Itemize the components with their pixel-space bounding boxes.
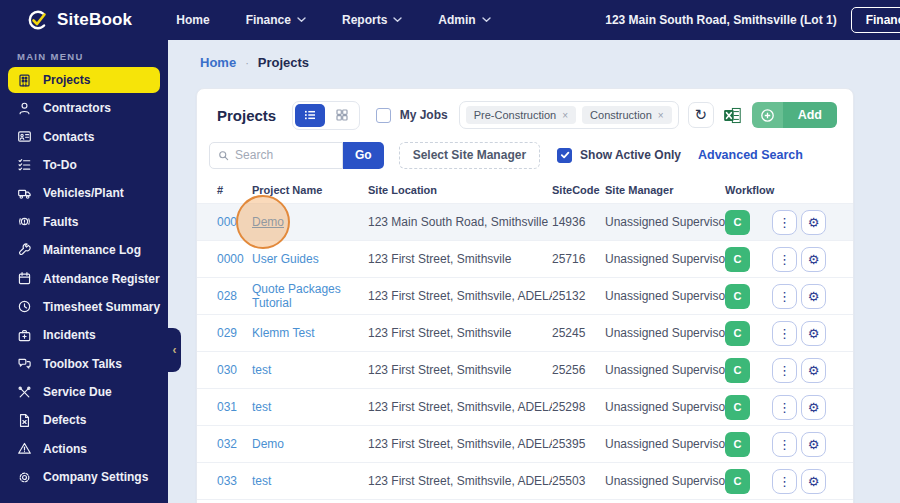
- row-settings-button[interactable]: ⚙: [801, 395, 826, 420]
- sidebar-item-defects[interactable]: Defects: [0, 406, 168, 434]
- row-menu-button[interactable]: ⋮: [772, 284, 797, 309]
- sidebar-item-service-due[interactable]: Service Due: [0, 378, 168, 406]
- topnav-item-reports[interactable]: Reports: [342, 13, 402, 27]
- breadcrumb-home-link[interactable]: Home: [200, 55, 236, 70]
- excel-icon: [723, 106, 742, 125]
- row-settings-button[interactable]: ⚙: [801, 432, 826, 457]
- sidebar-item-contacts[interactable]: Contacts: [0, 122, 168, 150]
- sidebar-item-vehicles-plant[interactable]: Vehicles/Plant: [0, 179, 168, 207]
- project-name-link[interactable]: Demo: [252, 215, 284, 229]
- col-header-project-name: Project Name: [252, 184, 368, 196]
- project-name-link[interactable]: User Guides: [252, 252, 319, 266]
- project-number-link[interactable]: 032: [217, 437, 237, 451]
- project-name-link[interactable]: Quote Packages Tutorial: [252, 282, 341, 310]
- row-menu-button[interactable]: ⋮: [772, 395, 797, 420]
- sidebar-item-label: Vehicles/Plant: [43, 186, 124, 200]
- topnav-item-label: Reports: [342, 13, 387, 27]
- workflow-badge[interactable]: C: [725, 284, 750, 309]
- row-menu-button[interactable]: ⋮: [772, 247, 797, 272]
- add-project-button[interactable]: Add: [752, 102, 837, 128]
- row-menu-button[interactable]: ⋮: [772, 469, 797, 494]
- sidebar-item-timesheet-summary[interactable]: Timesheet Summary: [0, 293, 168, 321]
- site-location-cell: 123 First Street, Smithsvile, ADELAIDE: [368, 474, 552, 488]
- sidebar-item-label: Incidents: [43, 328, 96, 342]
- row-settings-button[interactable]: ⚙: [801, 284, 826, 309]
- site-location-cell: 123 First Street, Smithsvile, ADELAIDE: [368, 400, 552, 414]
- finance-dashboard-button[interactable]: Finance D: [851, 7, 900, 33]
- table-row: 029 Klemm Test 123 First Street, Smithsv…: [197, 314, 853, 351]
- go-button[interactable]: Go: [343, 142, 384, 169]
- breadcrumb-separator: ·: [245, 57, 249, 69]
- search-input[interactable]: [235, 148, 334, 162]
- topnav-item-home[interactable]: Home: [176, 13, 209, 27]
- row-settings-button[interactable]: ⚙: [801, 247, 826, 272]
- row-menu-button[interactable]: ⋮: [772, 321, 797, 346]
- grid-view-button[interactable]: [327, 104, 357, 127]
- project-name-link[interactable]: Klemm Test: [252, 326, 314, 340]
- row-menu-button[interactable]: ⋮: [772, 432, 797, 457]
- sidebar-item-faults[interactable]: Faults: [0, 208, 168, 236]
- sidebar-item-to-do[interactable]: To-Do: [0, 151, 168, 179]
- row-menu-button[interactable]: ⋮: [772, 358, 797, 383]
- select-site-manager-button[interactable]: Select Site Manager: [399, 142, 540, 169]
- project-number-link[interactable]: 031: [217, 400, 237, 414]
- workflow-badge[interactable]: C: [725, 432, 750, 457]
- chip-remove-icon[interactable]: ×: [658, 110, 664, 121]
- topnav-item-finance[interactable]: Finance: [246, 13, 306, 27]
- sidebar-item-projects[interactable]: Projects: [8, 67, 160, 93]
- sidebar-item-company-settings[interactable]: Company Settings: [0, 463, 168, 491]
- filter-chip-label: Pre-Construction: [474, 109, 557, 121]
- project-number-link[interactable]: 0000: [217, 252, 244, 266]
- search-icon: [218, 149, 229, 162]
- site-manager-cell: Unassigned Supervisor: [605, 215, 725, 229]
- sidebar-item-attendance-register[interactable]: Attendance Register: [0, 264, 168, 292]
- row-settings-button[interactable]: ⚙: [801, 469, 826, 494]
- site-manager-cell: Unassigned Supervisor: [605, 363, 725, 377]
- advanced-search-link[interactable]: Advanced Search: [698, 148, 803, 162]
- project-name-link[interactable]: test: [252, 400, 271, 414]
- brand-logo[interactable]: SiteBook: [27, 9, 132, 31]
- table-row: 032 Demo 123 First Street, Smithsvile, A…: [197, 425, 853, 462]
- topnav-item-label: Admin: [438, 13, 475, 27]
- project-name-link[interactable]: Demo: [252, 437, 284, 451]
- project-number-link[interactable]: 030: [217, 363, 237, 377]
- row-settings-button[interactable]: ⚙: [801, 210, 826, 235]
- workflow-badge[interactable]: C: [725, 247, 750, 272]
- row-menu-button[interactable]: ⋮: [772, 210, 797, 235]
- project-name-link[interactable]: test: [252, 474, 271, 488]
- projects-icon: [17, 72, 33, 88]
- site-manager-cell: Unassigned Supervisor: [605, 289, 725, 303]
- export-excel-button[interactable]: [723, 105, 743, 125]
- my-jobs-label: My Jobs: [400, 108, 448, 122]
- show-active-only-checkbox[interactable]: [557, 148, 572, 163]
- project-number-link[interactable]: 033: [217, 474, 237, 488]
- topnav-item-admin[interactable]: Admin: [438, 13, 490, 27]
- workflow-badge[interactable]: C: [725, 321, 750, 346]
- sidebar-item-contractors[interactable]: Contractors: [0, 94, 168, 122]
- workflow-badge[interactable]: C: [725, 210, 750, 235]
- list-view-button[interactable]: [295, 104, 325, 127]
- sidebar-item-incidents[interactable]: Incidents: [0, 321, 168, 349]
- kebab-menu-icon: ⋮: [778, 253, 791, 266]
- project-number-link[interactable]: 000: [217, 215, 237, 229]
- workflow-badge[interactable]: C: [725, 469, 750, 494]
- row-settings-button[interactable]: ⚙: [801, 321, 826, 346]
- timesheet-icon: [17, 299, 33, 315]
- sidebar-item-maintenance-log[interactable]: Maintenance Log: [0, 236, 168, 264]
- my-jobs-checkbox[interactable]: [376, 108, 391, 123]
- sidebar-item-toolbox-talks[interactable]: Toolbox Talks: [0, 350, 168, 378]
- sitebook-logo-icon: [27, 9, 49, 31]
- row-settings-button[interactable]: ⚙: [801, 358, 826, 383]
- site-location-cell: 123 First Street, Smithsvile: [368, 363, 552, 377]
- chip-remove-icon[interactable]: ×: [562, 110, 568, 121]
- breadcrumb-current: Projects: [258, 55, 309, 70]
- workflow-badge[interactable]: C: [725, 395, 750, 420]
- project-number-link[interactable]: 029: [217, 326, 237, 340]
- sidebar-item-actions[interactable]: Actions: [0, 435, 168, 463]
- refresh-button[interactable]: ↻: [688, 102, 714, 128]
- project-name-link[interactable]: test: [252, 363, 271, 377]
- sidebar-collapse-toggle[interactable]: ‹: [168, 328, 181, 372]
- workflow-badge[interactable]: C: [725, 358, 750, 383]
- project-number-link[interactable]: 028: [217, 289, 237, 303]
- defects-icon: [17, 412, 33, 428]
